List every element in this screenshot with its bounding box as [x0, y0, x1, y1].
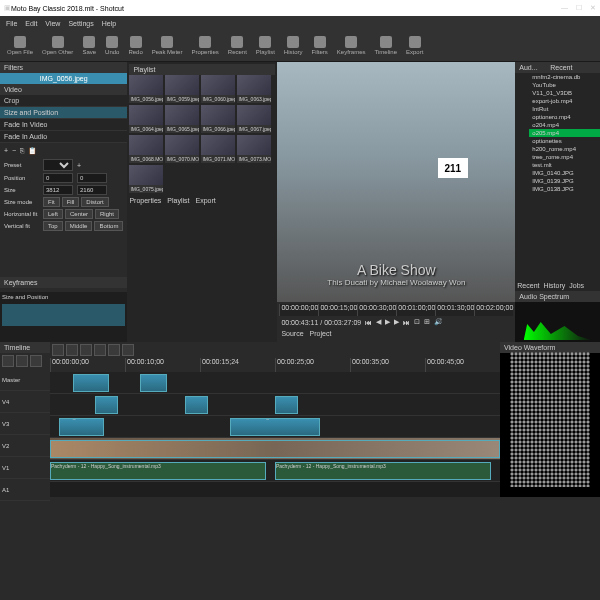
playlist-thumb[interactable]: IMG_0065.jpeg	[165, 105, 199, 133]
recent-button[interactable]: Recent	[225, 35, 250, 56]
zoom-fit-icon[interactable]: ⊡	[414, 318, 420, 326]
timeline-tracks[interactable]: 00:00:00;0000:00:10;0000:00:15;2400:00:2…	[50, 342, 500, 497]
halign-right[interactable]: Right	[95, 209, 119, 219]
playlist-thumb[interactable]: IMG_0060.jpeg	[201, 75, 235, 103]
track-v3[interactable]: V3	[0, 413, 50, 435]
size-w-input[interactable]	[43, 185, 73, 195]
recent-item[interactable]: tree_rome.mp4	[529, 153, 600, 161]
save-preset-icon[interactable]: +	[77, 162, 81, 169]
volume-icon[interactable]: 🔊	[434, 318, 443, 326]
valign-top[interactable]: Top	[43, 221, 63, 231]
timeline-clip[interactable]	[140, 374, 167, 392]
audio-clip[interactable]: Pachyderm - 12 - Happy_Song_instrumental…	[50, 462, 266, 480]
playlist-thumb[interactable]: IMG_0071.MOV	[201, 135, 235, 163]
playlist-thumb[interactable]: IMG_0056.jpeg	[129, 75, 163, 103]
timeline-clip[interactable]: IMG_0067.MOV	[59, 418, 104, 436]
pos-y-input[interactable]	[77, 173, 107, 183]
add-filter-icon[interactable]: +	[4, 147, 8, 155]
tab-project[interactable]: Project	[310, 330, 332, 337]
recent-item[interactable]: test.mlt	[529, 161, 600, 169]
menu-help[interactable]: Help	[102, 20, 116, 27]
open-other-button[interactable]: Open Other	[39, 35, 76, 56]
recent-item[interactable]: o204.mp4	[529, 121, 600, 129]
minimize-icon[interactable]: —	[561, 4, 568, 12]
copy-filter-icon[interactable]: ⎘	[20, 147, 24, 155]
tab-jobs[interactable]: Jobs	[569, 282, 584, 289]
properties-button[interactable]: Properties	[188, 35, 221, 56]
prev-frame-icon[interactable]: ◀	[376, 318, 381, 326]
video-preview[interactable]: 211 A Bike Show This Ducati by Michael W…	[277, 62, 515, 302]
skip-end-icon[interactable]: ⏭	[403, 319, 410, 326]
tab-history[interactable]: History	[543, 282, 565, 289]
menu-file[interactable]: File	[6, 20, 17, 27]
tab-recent[interactable]: Recent	[517, 282, 539, 289]
recent-item[interactable]: o205.mp4	[529, 129, 600, 137]
master-track[interactable]: Master	[0, 369, 50, 391]
mode-fill[interactable]: Fill	[62, 197, 80, 207]
timeline-clip[interactable]	[95, 396, 118, 414]
track-v2[interactable]: V2	[0, 435, 50, 457]
playlist-button[interactable]: Playlist	[253, 35, 278, 56]
open-file-button[interactable]: Open File	[4, 35, 36, 56]
filter-fade-in-video[interactable]: Fade In Video	[0, 119, 127, 131]
keyframe-editor[interactable]: Size and Position	[0, 292, 127, 342]
playlist-thumb[interactable]: IMG_0063.jpeg	[237, 75, 271, 103]
playlist-thumb[interactable]: IMG_0075.jpeg	[129, 165, 163, 193]
recent-item[interactable]: IMG_0138.JPG	[529, 185, 600, 193]
recent-item[interactable]: export-job.mp4	[529, 97, 600, 105]
tl-copy-icon[interactable]	[30, 355, 42, 367]
audio-clip[interactable]: Pachyderm - 12 - Happy_Song_instrumental…	[275, 462, 491, 480]
timeline-ruler[interactable]: 00:00:00;0000:00:10;0000:00:15;2400:00:2…	[50, 358, 500, 372]
mode-distort[interactable]: Distort	[81, 197, 108, 207]
recent-item[interactable]: optionettes	[529, 137, 600, 145]
undo-button[interactable]: Undo	[102, 35, 122, 56]
track-v4[interactable]: V4	[0, 391, 50, 413]
tab-playlist[interactable]: Playlist	[167, 197, 189, 204]
tab-export[interactable]: Export	[195, 197, 215, 204]
grid-icon[interactable]: ⊞	[424, 318, 430, 326]
playlist-thumb[interactable]: IMG_0067.jpeg	[237, 105, 271, 133]
recent-item[interactable]: optionero.mp4	[529, 113, 600, 121]
recent-item[interactable]: IMG_0139.JPG	[529, 177, 600, 185]
timeline-button[interactable]: Timeline	[372, 35, 400, 56]
peak-meter-button[interactable]: Peak Meter	[149, 35, 186, 56]
timeline-clip[interactable]	[185, 396, 208, 414]
tl-zoom-out-icon[interactable]	[122, 344, 134, 356]
skip-start-icon[interactable]: ⏮	[365, 319, 372, 326]
play-icon[interactable]: ▶	[385, 318, 390, 326]
recent-item[interactable]: IMG_0140.JPG	[529, 169, 600, 177]
timeline-clip[interactable]	[50, 440, 500, 458]
playlist-thumb[interactable]: IMG_0064.jpeg	[129, 105, 163, 133]
recent-item[interactable]: V11_01_V3DB	[529, 89, 600, 97]
recent-item[interactable]: h200_rome.mp4	[529, 145, 600, 153]
tl-snap-icon[interactable]	[80, 344, 92, 356]
filter-fade-in-audio[interactable]: Fade In Audio	[0, 131, 127, 143]
remove-filter-icon[interactable]: −	[12, 147, 16, 155]
paste-filter-icon[interactable]: 📋	[28, 147, 37, 155]
valign-middle[interactable]: Middle	[65, 221, 93, 231]
next-frame-icon[interactable]: ▶	[394, 318, 399, 326]
redo-button[interactable]: Redo	[125, 35, 145, 56]
halign-center[interactable]: Center	[65, 209, 93, 219]
recent-item[interactable]: IntRut	[529, 105, 600, 113]
tl-scrub-icon[interactable]	[94, 344, 106, 356]
tab-source[interactable]: Source	[281, 330, 303, 337]
tab-properties[interactable]: Properties	[129, 197, 161, 204]
menu-view[interactable]: View	[45, 20, 60, 27]
maximize-icon[interactable]: ☐	[576, 4, 582, 12]
timeline-clip[interactable]	[275, 396, 298, 414]
halign-left[interactable]: Left	[43, 209, 63, 219]
valign-bottom[interactable]: Bottom	[94, 221, 123, 231]
timeline-clip[interactable]: IMG_0071.MOV	[230, 418, 320, 436]
tl-zoom-in-icon[interactable]	[108, 344, 120, 356]
track-a1[interactable]: A1	[0, 479, 50, 501]
mode-fit[interactable]: Fit	[43, 197, 60, 207]
tl-append-icon[interactable]	[52, 344, 64, 356]
tl-cut-icon[interactable]	[16, 355, 28, 367]
tl-ripple-icon[interactable]	[66, 344, 78, 356]
playlist-thumb[interactable]: IMG_0068.MOV	[129, 135, 163, 163]
filter-size-position[interactable]: Size and Position	[0, 107, 127, 119]
track-v1[interactable]: V1	[0, 457, 50, 479]
history-button[interactable]: History	[281, 35, 306, 56]
preview-ruler[interactable]: 00:00:00;0000:00:15;0000:00:30;0000:01:0…	[279, 304, 513, 316]
